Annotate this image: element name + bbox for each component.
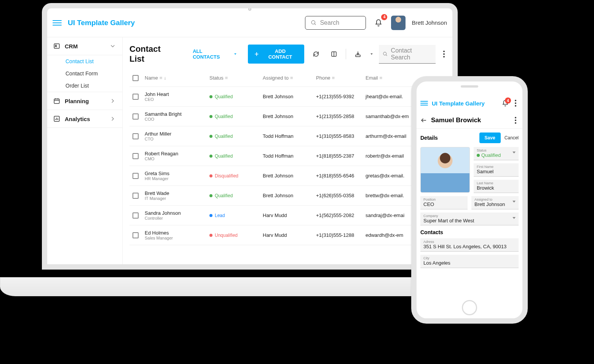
phone-app-title: UI Template Gallery [432,100,485,107]
sidebar-section-planning[interactable]: Planning [47,92,122,110]
row-checkbox[interactable] [133,193,139,199]
refresh-button[interactable] [310,48,323,61]
table-row[interactable]: Robert Reagan CMO Qualified Todd Hoffman… [129,146,447,166]
cell-assigned: Brett Johnson [263,113,316,119]
contacts-section-label: Contacts [420,229,519,235]
last-name-field[interactable]: Last Name Browick [474,180,519,193]
more-menu-button[interactable] [441,51,447,57]
notifications-button[interactable]: 4 [372,16,385,29]
column-name[interactable]: Name ≡ ↓ [145,75,209,81]
sidebar-item-contact-list[interactable]: Contact List [47,55,122,67]
sidebar-section-analytics[interactable]: Analytics [47,110,122,128]
search-icon [311,20,317,26]
table-row[interactable]: Greta Sims HR Manager Disqualified Brett… [129,166,447,186]
field-label: Status [477,148,516,152]
column-status[interactable]: Status≡ [209,75,263,81]
row-checkbox[interactable] [133,113,139,120]
cell-phone: +1(818)555-6546 [316,173,366,179]
status-dot [209,135,212,138]
status-dot [477,154,480,157]
position-field[interactable]: Position CEO [420,196,468,209]
contact-search-placeholder: Contact Search [391,47,432,61]
row-checkbox[interactable] [133,153,139,159]
sidebar-item-contact-form[interactable]: Contact Form [47,67,122,80]
cancel-button[interactable]: Cancel [505,135,519,140]
row-checkbox[interactable] [133,212,139,219]
row-checkbox[interactable] [133,94,139,100]
city-field[interactable]: City Los Angeles [420,255,519,268]
field-value: Brett Johnson [474,201,516,208]
cell-assigned: Brett Johnson [263,193,316,198]
table-row[interactable]: Brett Wade IT Manager Qualified Brett Jo… [129,186,447,206]
export-button[interactable] [351,48,364,61]
address-field[interactable]: Adress 351 S Hill St. Los Angeles, CA, 9… [420,238,519,252]
company-field[interactable]: Company Super Mart of the West [420,212,519,226]
menu-icon[interactable] [53,18,62,27]
cell-name: Sandra Johnson [145,210,209,216]
add-contact-button[interactable]: ADD CONTACT [248,45,304,64]
assigned-field[interactable]: Assigned to Brett Johnson [471,196,519,209]
sidebar-section-label: CRM [65,43,78,49]
chevron-right-icon [109,97,116,104]
calendar-icon [53,97,60,104]
svg-marker-12 [234,53,236,54]
table-row[interactable]: Sandra Johnson Controller Lead Harv Mudd… [129,206,447,225]
refresh-icon [313,51,319,57]
svg-line-1 [315,24,316,25]
columns-button[interactable] [328,48,341,61]
search-icon [383,51,388,57]
sidebar-item-order-list[interactable]: Order List [47,80,122,92]
filter-icon: ≡ [225,75,228,81]
cell-status: Qualified [209,94,263,99]
phone-earpiece [461,85,478,88]
status-dot [209,95,212,98]
filter-dropdown[interactable]: ALL CONTACTS [193,48,237,60]
column-assigned[interactable]: Assigned to≡ [263,75,316,81]
svg-point-0 [311,21,315,24]
column-phone[interactable]: Phone≡ [316,75,366,81]
user-name: Brett Johnson [412,19,447,26]
caret-down-icon[interactable] [370,52,374,56]
field-label: Position [423,198,465,201]
table-row[interactable]: John Heart CEO Qualified Brett Johnson +… [129,87,447,107]
field-value: Super Mart of the West [423,218,516,224]
row-checkbox[interactable] [133,173,139,179]
status-field[interactable]: Status Qualified [474,147,519,160]
select-all-checkbox[interactable] [133,75,139,81]
first-name-field[interactable]: First Name Samuel [474,163,519,177]
global-search-input[interactable]: Search [305,16,366,30]
field-value: CEO [423,201,465,208]
filter-label: ALL CONTACTS [193,48,230,60]
sidebar-section-crm[interactable]: CRM [47,37,122,55]
field-value: 351 S Hill St. Los Angeles, CA, 90013 [423,244,516,250]
more-menu-button[interactable] [513,117,519,124]
status-dot [209,214,212,217]
menu-icon[interactable] [420,99,428,108]
cell-name: Ed Holmes [145,230,209,236]
toolbar-divider [346,49,346,59]
contact-name: Samuel Browick [431,117,481,124]
phone-home-button[interactable] [462,300,477,315]
table-row[interactable]: Arthur Miller CTO Qualified Todd Hoffman… [129,126,447,146]
back-icon[interactable] [420,117,427,124]
cell-status: Qualified [209,114,263,119]
save-button[interactable]: Save [479,133,501,143]
row-checkbox[interactable] [133,133,139,139]
notifications-button[interactable]: 4 [502,100,509,107]
svg-marker-18 [370,53,373,54]
table-row[interactable]: Ed Holmes Sales Manager Unqualified Harv… [129,225,447,245]
cell-phone: +1(213)555-2858 [316,113,366,119]
sidebar: CRM Contact List Contact Form Order List… [47,37,123,264]
field-value: Browick [477,185,516,192]
field-value: Qualified [481,152,501,159]
search-placeholder: Search [320,19,339,26]
contact-search-input[interactable]: Contact Search [379,45,436,64]
filter-icon: ≡ [380,75,383,81]
row-checkbox[interactable] [133,232,139,238]
more-menu-button[interactable] [513,100,519,107]
cell-assigned: Brett Johnson [263,94,316,99]
cell-assigned: Brett Johnson [263,173,316,179]
user-avatar[interactable] [391,16,406,30]
table-row[interactable]: Samantha Bright COO Qualified Brett John… [129,107,447,126]
cell-status: Qualified [209,134,263,139]
